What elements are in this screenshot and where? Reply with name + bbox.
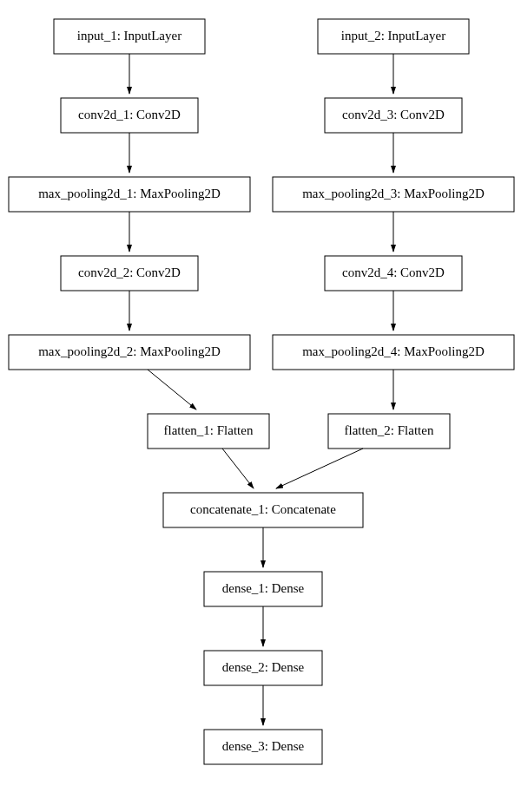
label-concatenate_1: concatenate_1: Concatenate [190,502,336,516]
node-max_pooling2d_4: max_pooling2d_4: MaxPooling2D [273,335,514,370]
node-input_2: input_2: InputLayer [318,19,469,54]
label-max_pooling2d_2: max_pooling2d_2: MaxPooling2D [38,344,221,358]
label-conv2d_3: conv2d_3: Conv2D [342,108,445,121]
label-conv2d_2: conv2d_2: Conv2D [78,265,181,279]
node-flatten_2: flatten_2: Flatten [328,414,450,449]
label-flatten_1: flatten_1: Flatten [164,423,254,437]
node-max_pooling2d_2: max_pooling2d_2: MaxPooling2D [9,335,250,370]
label-dense_3: dense_3: Dense [222,739,305,753]
label-conv2d_4: conv2d_4: Conv2D [342,265,445,279]
model-graph: input_1: InputLayer conv2d_1: Conv2D max… [0,0,521,812]
node-conv2d_2: conv2d_2: Conv2D [61,256,198,291]
svg-line-9 [148,370,196,409]
node-dense_3: dense_3: Dense [204,730,322,764]
node-dense_2: dense_2: Dense [204,651,322,685]
svg-line-22 [222,449,254,488]
label-max_pooling2d_1: max_pooling2d_1: MaxPooling2D [38,187,221,200]
node-max_pooling2d_3: max_pooling2d_3: MaxPooling2D [273,177,514,212]
label-flatten_2: flatten_2: Flatten [345,423,434,437]
label-conv2d_1: conv2d_1: Conv2D [78,108,181,121]
label-dense_2: dense_2: Dense [222,660,305,674]
node-conv2d_3: conv2d_3: Conv2D [325,98,462,133]
node-input_1: input_1: InputLayer [54,19,205,54]
label-max_pooling2d_3: max_pooling2d_3: MaxPooling2D [302,187,485,200]
node-max_pooling2d_1: max_pooling2d_1: MaxPooling2D [9,177,250,212]
node-concatenate_1: concatenate_1: Concatenate [163,493,363,527]
label-input_1: input_1: InputLayer [77,29,181,43]
label-input_2: input_2: InputLayer [341,29,445,43]
node-conv2d_1: conv2d_1: Conv2D [61,98,198,133]
svg-line-23 [276,449,363,488]
node-conv2d_4: conv2d_4: Conv2D [325,256,462,291]
node-dense_1: dense_1: Dense [204,572,322,606]
label-max_pooling2d_4: max_pooling2d_4: MaxPooling2D [302,344,485,358]
node-flatten_1: flatten_1: Flatten [148,414,269,449]
label-dense_1: dense_1: Dense [222,581,305,595]
